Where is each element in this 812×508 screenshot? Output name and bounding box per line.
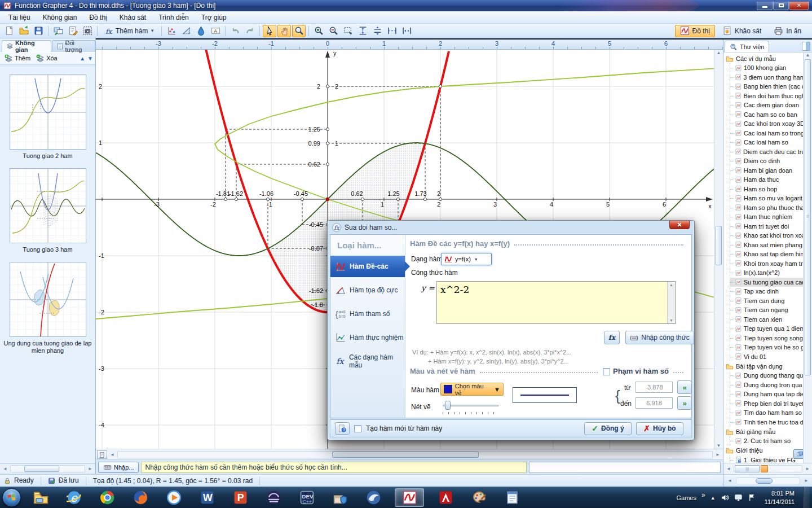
tree-item[interactable]: Ham tri tuyet doi xyxy=(730,222,804,231)
tray-toolbar-label[interactable]: Games xyxy=(677,494,696,501)
tree-item[interactable]: Diem co dinh xyxy=(730,156,804,166)
tree-item[interactable]: Ham da thuc xyxy=(730,175,804,185)
taskbar-app-adobe[interactable] xyxy=(434,488,457,507)
tree-item[interactable]: Tap xac dinh xyxy=(730,287,804,296)
tree-item[interactable]: Cac loai ham so trong xyxy=(730,129,804,138)
tree-item[interactable]: Tiep tuyen qua 1 diem xyxy=(730,324,804,334)
tree-item[interactable]: Cac ham so co ban xyxy=(730,110,804,120)
taskbar-app-word[interactable]: W xyxy=(195,488,219,507)
taskbar-app-explorer[interactable] xyxy=(29,488,52,507)
new-from-this-checkbox[interactable] xyxy=(354,425,361,432)
textbox-button[interactable]: A xyxy=(209,25,222,37)
library-tab[interactable]: Thư viện xyxy=(725,41,769,52)
tree-item[interactable]: Cac khoi tron xoay 3D xyxy=(730,119,804,129)
page-setup-button[interactable] xyxy=(97,450,107,459)
tree-item[interactable]: Tiem can dung xyxy=(730,296,804,306)
input-formula-button[interactable]: Nhập công thức xyxy=(625,331,694,344)
tray-expand-icon[interactable]: ▲ xyxy=(710,495,716,501)
menu-item-2[interactable]: Không gian xyxy=(37,12,83,23)
widen-button[interactable] xyxy=(385,25,399,37)
narrow-button[interactable] xyxy=(400,25,413,37)
mode-inspect-button[interactable]: Khảo sát xyxy=(717,25,766,37)
menu-item-6[interactable]: Trợ giúp xyxy=(195,12,233,23)
close-button[interactable]: ✕ xyxy=(789,2,809,10)
tree-item[interactable]: Su tuong giao cua cac xyxy=(730,278,804,287)
split-button[interactable] xyxy=(370,25,384,37)
tree-item[interactable]: Ham so phu thuoc tha xyxy=(730,203,804,213)
dialog-titlebar[interactable]: fx Sua doi ham so... ✕ xyxy=(328,221,694,234)
scroll-right-icon[interactable]: ► xyxy=(86,466,94,471)
delete-space-button[interactable]: Xóa xyxy=(34,53,60,64)
taskbar-app-chrome[interactable] xyxy=(95,488,119,507)
taskbar-app-ppt[interactable]: P xyxy=(228,488,252,507)
tree-item[interactable]: ?1. Gioi thieu ve FG xyxy=(730,456,804,463)
range-to-input[interactable]: 6.918 xyxy=(636,397,673,409)
function-form-dropdown[interactable]: y=f(x)▼ xyxy=(441,253,492,265)
tree-item[interactable]: Diem cach deu cac truc xyxy=(730,147,804,157)
add-space-button[interactable]: Thêm xyxy=(2,53,33,64)
tree-item[interactable]: Bang bien thien (cac d xyxy=(730,82,804,91)
zoomout-button[interactable] xyxy=(326,25,340,37)
mode-print-button[interactable]: In ấn xyxy=(769,25,806,37)
nav-item-param[interactable]: {a=0b=0Hàm tham số xyxy=(330,303,405,325)
taskbar-app-ie[interactable]: e xyxy=(62,488,86,507)
tree-item[interactable]: Khoi tron xoay ham tr xyxy=(730,259,804,269)
taskbar-app-firefox[interactable] xyxy=(129,488,152,507)
taskbar-app-fg[interactable] xyxy=(395,488,424,507)
tree-item[interactable]: Dung duong tron qua xyxy=(730,380,804,390)
tree-item[interactable]: Vi du 01 xyxy=(730,352,804,362)
window-titlebar[interactable]: Function Grapher 4 - Do thi moi.dths - [… xyxy=(0,0,812,11)
tab-docobj[interactable]: Đối tượng xyxy=(52,40,95,52)
menu-item-5[interactable]: Trình diễn xyxy=(152,12,195,23)
secondary-entry-field[interactable] xyxy=(529,462,721,473)
space-item-2[interactable]: Tuong giao 3 ham xyxy=(0,168,95,254)
cancel-button[interactable]: ✗Hủy bỏ xyxy=(636,422,683,435)
tree-item[interactable]: ln(x).tan(x^2) xyxy=(730,268,804,278)
tree-item[interactable]: Cac diem gian doan xyxy=(730,100,804,110)
capture-button[interactable] xyxy=(81,25,94,37)
taskbar-app-paint[interactable] xyxy=(467,488,491,507)
input-button[interactable]: Nhập... xyxy=(98,462,139,473)
tree-folder-3[interactable]: Bài giảng mẫu xyxy=(723,427,804,436)
fx-editor-button[interactable]: fx xyxy=(604,331,620,344)
tree-item[interactable]: Tiem can ngang xyxy=(730,305,804,315)
library-bottom-scrollbar[interactable]: ◄► xyxy=(723,474,812,487)
scroll-left-icon[interactable]: ◄ xyxy=(1,466,9,471)
formula-scrollbar[interactable]: ▲▼ xyxy=(667,282,675,323)
undo-button[interactable] xyxy=(228,25,242,37)
nav-item-exper[interactable]: Hàm thực nghiệm xyxy=(330,327,405,348)
fitv-button[interactable] xyxy=(356,25,369,37)
tree-item[interactable]: 100 khong gian xyxy=(730,63,804,73)
menu-item-3[interactable]: Đồ thị xyxy=(83,12,113,23)
space-item-3[interactable]: Ung dung cua tuong giao de lap mien phan… xyxy=(0,262,95,356)
tree-item[interactable]: Bien doi ham thuc nghi xyxy=(730,91,804,101)
scroll-right-icon[interactable]: ► xyxy=(714,452,722,457)
tree-item[interactable]: Ham bi gian doan xyxy=(730,166,804,176)
scroll-left-icon[interactable]: ◄ xyxy=(108,452,116,457)
zoomin-button[interactable] xyxy=(312,25,325,37)
selrect-button[interactable] xyxy=(341,25,355,37)
zoom-button[interactable] xyxy=(292,25,306,37)
tree-item[interactable]: 3 diem uon thang hang xyxy=(730,73,804,82)
tree-item[interactable]: Khao sat mien phang xyxy=(730,240,804,250)
library-accent-button[interactable] xyxy=(761,465,768,472)
tree-item[interactable]: Khao sat tap diem hin xyxy=(730,249,804,259)
tree-item[interactable]: Ham so hop xyxy=(730,185,804,194)
network-icon[interactable] xyxy=(734,493,743,502)
library-vertical-scrollbar[interactable]: ▲≡ xyxy=(803,52,812,463)
tree-item[interactable]: Dung duong thang qua xyxy=(730,371,804,380)
taskbar-app-snagit[interactable] xyxy=(361,488,385,507)
taskbar-app-wmp[interactable] xyxy=(162,488,186,507)
taskbar-app-setup[interactable] xyxy=(328,488,352,507)
move-up-button[interactable]: ▲ xyxy=(80,55,85,62)
tree-item[interactable]: Tim dao ham ham so xyxy=(730,408,804,418)
menu-item-4[interactable]: Khảo sát xyxy=(113,12,152,23)
points-button[interactable] xyxy=(165,25,178,37)
line-width-slider[interactable] xyxy=(443,401,499,410)
range-to-step-button[interactable]: » xyxy=(677,396,692,410)
tree-item[interactable]: Dung ham qua tap die xyxy=(730,389,804,399)
open-button[interactable] xyxy=(17,25,30,37)
hatch-button[interactable] xyxy=(179,25,193,37)
graph-horizontal-scrollbar[interactable]: ◄ ► xyxy=(96,449,723,459)
tray-chevron[interactable]: » xyxy=(701,491,705,499)
